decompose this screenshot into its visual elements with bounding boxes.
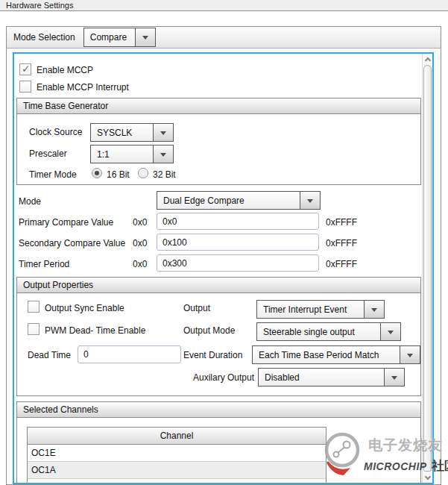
primary-compare-max: 0xFFFF bbox=[326, 217, 357, 228]
auxilary-output-value: Disabled bbox=[259, 369, 384, 386]
scroll-down-button[interactable] bbox=[423, 472, 432, 483]
table-row[interactable] bbox=[28, 479, 326, 483]
scroll-up-button[interactable] bbox=[423, 54, 432, 64]
timer-period-max: 0xFFFF bbox=[326, 259, 357, 269]
time-base-generator-header: Time Base Generator bbox=[17, 98, 420, 114]
channel-column-header: Channel bbox=[28, 428, 326, 445]
timer-mode-32bit-label: 32 Bit bbox=[153, 169, 176, 180]
dropdown-arrow-icon bbox=[388, 331, 394, 337]
mode-selection-label: Mode Selection bbox=[13, 32, 75, 43]
table-row[interactable]: OC1A bbox=[28, 462, 326, 479]
chevron-down-icon[interactable] bbox=[153, 124, 173, 141]
chevron-down-icon[interactable] bbox=[300, 192, 320, 209]
check-icon: ✓ bbox=[22, 63, 31, 75]
mode-dropdown[interactable]: Dual Edge Compare bbox=[157, 191, 321, 210]
output-mode-value: Steerable single output bbox=[257, 323, 380, 340]
auxilary-output-dropdown[interactable]: Disabled bbox=[258, 368, 405, 387]
enable-mccp-interrupt-checkbox[interactable]: ✓ bbox=[19, 81, 31, 93]
output-mode-label: Output Mode bbox=[183, 325, 235, 336]
dropdown-arrow-icon bbox=[142, 36, 148, 43]
secondary-compare-min: 0x0 bbox=[133, 238, 147, 248]
scrollbar-thumb[interactable] bbox=[423, 65, 432, 472]
event-duration-dropdown[interactable]: Each Time Base Period Match bbox=[252, 345, 420, 364]
mode-value: Dual Edge Compare bbox=[157, 192, 300, 209]
enable-mccp-interrupt-label: Enable MCCP Interrupt bbox=[37, 82, 129, 93]
vertical-scrollbar[interactable] bbox=[422, 54, 432, 483]
output-dropdown[interactable]: Timer Interrupt Event bbox=[256, 300, 385, 319]
clock-source-label: Clock Source bbox=[29, 127, 82, 137]
pwm-dead-time-enable-checkbox[interactable]: ✓ bbox=[28, 323, 40, 335]
auxilary-output-label: Auxilary Output bbox=[183, 372, 254, 383]
output-properties-group: Output Properties ✓ Output Sync Enable O… bbox=[16, 277, 421, 396]
window-title: Hardware Settings bbox=[0, 0, 448, 11]
output-sync-enable-label: Output Sync Enable bbox=[45, 303, 124, 313]
dropdown-arrow-icon bbox=[391, 376, 397, 383]
chevron-down-icon[interactable] bbox=[364, 301, 384, 318]
selected-channels-group: Selected Channels Channel OC1E OC1A bbox=[16, 401, 421, 483]
timer-period-label: Timer Period bbox=[19, 259, 69, 269]
output-value: Timer Interrupt Event bbox=[257, 301, 364, 318]
output-sync-enable-checkbox[interactable]: ✓ bbox=[28, 301, 40, 313]
output-label: Output bbox=[183, 303, 210, 313]
chevron-down-icon bbox=[424, 473, 430, 479]
chevron-down-icon[interactable] bbox=[384, 369, 404, 386]
table-row[interactable]: OC1E bbox=[28, 445, 326, 462]
timer-mode-label: Timer Mode bbox=[29, 169, 77, 180]
chevron-down-icon[interactable] bbox=[153, 146, 173, 163]
dropdown-arrow-icon bbox=[160, 131, 166, 138]
primary-compare-input[interactable] bbox=[157, 213, 319, 230]
timer-period-min: 0x0 bbox=[133, 259, 147, 269]
channel-table: Channel OC1E OC1A bbox=[27, 427, 326, 483]
secondary-compare-input[interactable] bbox=[157, 234, 319, 251]
output-properties-header: Output Properties bbox=[17, 278, 420, 293]
prescaler-value: 1:1 bbox=[91, 146, 153, 163]
dead-time-label: Dead Time bbox=[28, 350, 71, 360]
hardware-settings-window: Hardware Settings Mode Selection Compare… bbox=[0, 0, 448, 485]
primary-compare-label: Primary Compare Value bbox=[19, 217, 113, 228]
enable-mccp-checkbox[interactable]: ✓ bbox=[19, 63, 31, 75]
mode-selection-dropdown[interactable]: Compare bbox=[83, 28, 156, 47]
dropdown-arrow-icon bbox=[160, 153, 166, 160]
pwm-dead-time-enable-label: PWM Dead- Time Enable bbox=[45, 325, 145, 336]
dropdown-arrow-icon bbox=[407, 354, 413, 360]
prescaler-label: Prescaler bbox=[29, 148, 67, 159]
compare-settings-content: ✓ Enable MCCP ✓ Enable MCCP Interrupt Ti… bbox=[14, 54, 422, 483]
compare-settings-pane: ✓ Enable MCCP ✓ Enable MCCP Interrupt Ti… bbox=[13, 52, 434, 484]
secondary-compare-max: 0xFFFF bbox=[326, 238, 357, 248]
output-mode-dropdown[interactable]: Steerable single output bbox=[256, 322, 401, 341]
chevron-down-icon[interactable] bbox=[135, 28, 155, 46]
timer-mode-16bit-radio[interactable] bbox=[92, 168, 102, 178]
dropdown-arrow-icon bbox=[307, 199, 313, 206]
mode-selection-value: Compare bbox=[84, 28, 135, 46]
mode-label: Mode bbox=[19, 196, 41, 207]
timer-period-input[interactable] bbox=[157, 254, 319, 272]
chevron-up-icon bbox=[424, 57, 430, 63]
clock-source-dropdown[interactable]: SYSCLK bbox=[90, 123, 174, 142]
secondary-compare-label: Secondary Compare Value bbox=[19, 238, 125, 248]
event-duration-value: Each Time Base Period Match bbox=[253, 346, 400, 363]
enable-mccp-label: Enable MCCP bbox=[37, 65, 93, 75]
chevron-down-icon[interactable] bbox=[400, 346, 420, 363]
selected-channels-header: Selected Channels bbox=[17, 402, 420, 418]
settings-panel: Mode Selection Compare ✓ Enable MCCP ✓ E… bbox=[6, 26, 441, 485]
clock-source-value: SYSCLK bbox=[91, 124, 153, 141]
dead-time-input[interactable] bbox=[78, 345, 181, 363]
time-base-generator-group: Time Base Generator Clock Source SYSCLK … bbox=[16, 98, 421, 185]
timer-mode-32bit-radio[interactable] bbox=[138, 168, 148, 178]
prescaler-dropdown[interactable]: 1:1 bbox=[90, 145, 174, 163]
timer-mode-16bit-label: 16 Bit bbox=[107, 169, 130, 180]
chevron-down-icon[interactable] bbox=[380, 323, 400, 340]
event-duration-label: Event Duration bbox=[183, 350, 242, 360]
primary-compare-min: 0x0 bbox=[133, 217, 147, 228]
dropdown-arrow-icon bbox=[371, 308, 377, 315]
mode-selection-bar: Mode Selection Compare bbox=[7, 27, 441, 48]
